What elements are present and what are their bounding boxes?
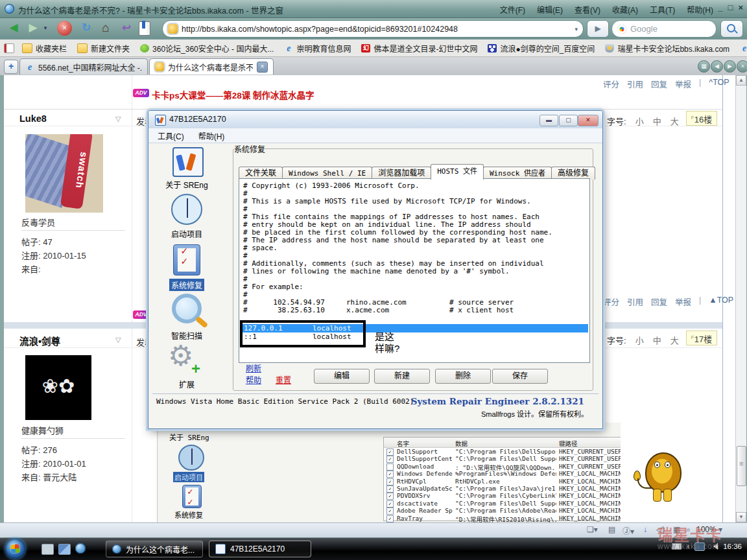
menu-file[interactable]: 文件(F) (500, 4, 525, 15)
quote-link[interactable]: 引用 (627, 296, 643, 308)
tab-browser-addons[interactable]: 浏览器加载项 (372, 167, 431, 180)
col-data[interactable]: 数据 (455, 439, 556, 448)
report-link[interactable]: 举报 (675, 296, 691, 308)
fontsize-medium[interactable]: 中 (653, 334, 661, 346)
checkbox[interactable]: ✓ (386, 456, 394, 463)
new-tab-button[interactable]: + (4, 60, 18, 74)
post-author-name[interactable]: 流浪•剑尊 (19, 334, 60, 347)
col-keypath[interactable]: 键路径 (559, 439, 621, 448)
favorite-item[interactable]: e死神 (740, 43, 747, 54)
back-icon[interactable]: ◀ (5, 19, 22, 36)
checkbox[interactable]: ✓ (386, 508, 394, 515)
rate-link[interactable]: 评分 (603, 78, 619, 90)
show-desktop-icon[interactable] (42, 544, 54, 555)
rate-link[interactable]: 评分 (603, 296, 619, 308)
select-mode-icon[interactable]: ❏▾ (587, 525, 598, 534)
checkbox[interactable]: ✓ (386, 471, 394, 478)
scroll-up-icon[interactable]: ▲ (736, 75, 746, 86)
ad-link[interactable]: 卡卡ps大课堂——第28课 制作冰蓝水晶字 (152, 88, 314, 101)
checkbox[interactable]: ✓ (386, 449, 394, 456)
start-button[interactable] (5, 539, 25, 559)
report-link[interactable]: 举报 (675, 78, 691, 90)
table-row[interactable]: ✓SunJavaUpdateSched"c:\Program Files\Jav… (384, 485, 621, 492)
sidebar-item-about[interactable]: 关于 SREng (151, 147, 222, 191)
checkbox[interactable]: ✓ (386, 485, 394, 493)
avatar[interactable]: ❀✿ (25, 355, 91, 420)
delete-button[interactable]: 删除 (435, 369, 491, 384)
go-button[interactable]: ▶ (587, 20, 609, 38)
favorite-item[interactable]: 流浪●剑尊的空间_百度空间 (488, 43, 595, 54)
dialog-menu-tools[interactable]: 工具(C) (158, 130, 184, 141)
tab-winsock[interactable]: Winsock 供应者 (483, 167, 552, 180)
dialog-close-button[interactable]: ✕ (578, 115, 599, 126)
home-icon[interactable]: ⌂ (97, 19, 114, 36)
taskbar-button-browser[interactable]: 为什么这个病毒老... (106, 541, 203, 557)
dialog-titlebar[interactable]: 47B12E5A2170 ▬ ▢ ✕ (148, 111, 602, 129)
favorite-item[interactable]: 幻佛本是道全文目录-幻世中文网 (361, 43, 477, 54)
menu-tools[interactable]: 工具(T) (650, 4, 675, 15)
address-bar[interactable]: http://bbs.ikaka.com/showtopic.aspx?page… (162, 20, 584, 38)
tab-active-topic[interactable]: 为什么这个病毒老是杀不... × (149, 58, 274, 75)
favorite-item[interactable]: e崇明教育信息网 (284, 43, 351, 54)
maximize-button[interactable]: □ (728, 3, 733, 12)
checkbox[interactable]: ✓ (386, 515, 394, 522)
menu-favorites[interactable]: 收藏(A) (612, 4, 638, 15)
tab-close-all-icon[interactable]: × (737, 60, 747, 73)
download-icon[interactable]: ↓ (643, 525, 647, 534)
history-dropdown-icon[interactable]: ▾ (42, 19, 49, 36)
favorite-item[interactable]: 新建文件夹 (77, 43, 130, 54)
switch-windows-icon[interactable] (58, 544, 71, 555)
refresh-link[interactable]: 刷新 (246, 362, 261, 373)
help-link[interactable]: 帮助 (246, 374, 261, 385)
search-input[interactable]: Google (630, 24, 658, 34)
checkbox[interactable] (386, 463, 394, 471)
dialog-minimize-button[interactable]: ▬ (540, 115, 558, 126)
favorites-center-icon[interactable] (139, 21, 150, 36)
reset-link[interactable]: 重置 (276, 374, 291, 385)
tab-list-icon[interactable]: ▦ (698, 60, 710, 73)
menu-edit[interactable]: 编辑(E) (537, 4, 563, 15)
top-link[interactable]: ^TOP (709, 78, 729, 90)
network-tray-icon[interactable] (694, 542, 705, 551)
quote-link[interactable]: 引用 (627, 78, 643, 90)
checkbox[interactable]: ✓ (386, 493, 394, 500)
dialog-menu-help[interactable]: 帮助(H) (198, 130, 225, 141)
table-row[interactable]: ✓PDVDDXSrv"C:\Program Files\CyberLink\..… (384, 492, 621, 499)
table-row[interactable]: ✓Adobe Reader Speed..."C:\Program Files\… (384, 507, 621, 514)
refresh-icon[interactable]: ↻ (78, 19, 95, 36)
pictures-icon[interactable]: ▦ (673, 525, 680, 534)
edit-button[interactable]: 编辑 (314, 369, 370, 384)
collapse-user-icon[interactable]: ▽ (115, 115, 121, 123)
keyboard-tray-icon[interactable] (672, 543, 682, 550)
table-row[interactable]: ✓dscactivate"C:\Program Files\Dell Suppo… (384, 500, 621, 507)
dialog-maximize-button[interactable]: ▢ (559, 115, 578, 126)
menu-view[interactable]: 查看(V) (575, 4, 600, 15)
search-box[interactable]: Google (611, 20, 717, 38)
close-tab-icon[interactable]: × (257, 62, 268, 73)
favorites-book-icon[interactable] (4, 43, 14, 53)
tab-file-assoc[interactable]: 文件关联 (239, 167, 283, 180)
scroll-thumb[interactable] (737, 446, 746, 486)
sound-icon[interactable]: ◁) (656, 525, 665, 534)
sidebar-item-repair[interactable]: 系统修复 (151, 244, 222, 291)
zoom-icon[interactable]: ⌕ (686, 525, 691, 534)
checkbox[interactable]: ✓ (386, 478, 394, 485)
minimize-button[interactable]: _ (718, 3, 722, 12)
tab-5566[interactable]: e 5566.net_中国精彩网址大全 -... (19, 58, 148, 75)
forward-icon[interactable]: ▶ (25, 19, 42, 36)
table-row[interactable]: QQDownload: "D:\常用软件\QQ旋风\QQDown...HKEY_… (384, 463, 621, 470)
scroll-down-icon[interactable]: ▼ (736, 512, 746, 522)
browser-quicklaunch-icon[interactable] (75, 543, 86, 554)
save-button[interactable]: 保存 (492, 369, 548, 384)
images-icon[interactable]: ▤ (608, 525, 615, 534)
favorite-item[interactable]: 瑞星卡卡安全论坛bbs.ikaka.com (605, 43, 729, 54)
checkbox[interactable]: ✓ (386, 500, 394, 508)
favorite-item[interactable]: 360论坛_360安全中心 - 国内最大... (140, 43, 274, 54)
sidebar-item-scan[interactable]: 智能扫描 (151, 294, 222, 342)
fontsize-large[interactable]: 大 (670, 334, 679, 346)
tab-hosts-file[interactable]: HOSTS 文件 (431, 164, 484, 180)
tab-scroll-left-icon[interactable]: ◀ (711, 60, 723, 73)
taskbar-button-sreng[interactable]: 47B12E5A2170 (209, 541, 311, 557)
volume-tray-icon[interactable] (710, 543, 718, 550)
stop-icon[interactable]: × (57, 21, 72, 36)
